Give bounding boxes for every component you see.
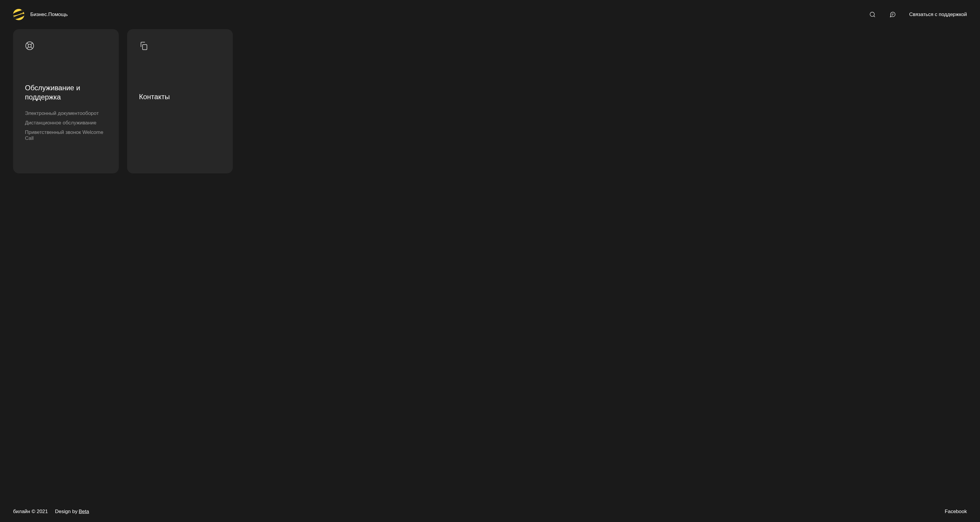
card-contacts[interactable]: Контакты [127,29,233,173]
card-link-edoc[interactable]: Электронный документооборот [25,110,107,116]
footer-left: билайн © 2021 Design by Beta [13,509,89,514]
search-icon [869,11,876,18]
svg-point-0 [870,12,874,17]
footer-copyright: билайн © 2021 [13,509,48,514]
chat-icon [889,11,896,18]
card-title-contacts: Контакты [139,92,221,101]
beeline-logo[interactable] [13,9,24,20]
copy-icon [139,41,148,51]
svg-line-7 [31,47,33,49]
search-button[interactable] [869,11,876,18]
header-right: Связаться с поддержкой [869,11,967,18]
footer-design-link[interactable]: Beta [79,509,89,514]
support-link[interactable]: Связаться с поддержкой [909,11,967,18]
svg-point-5 [28,44,32,48]
card-service-support[interactable]: Обслуживание и поддержка Электронный док… [13,29,119,173]
svg-rect-10 [143,45,147,49]
svg-line-9 [27,47,29,49]
footer-social-facebook[interactable]: Facebook [945,509,967,514]
lifebuoy-icon [25,41,35,51]
footer: билайн © 2021 Design by Beta Facebook [0,501,980,522]
card-links-service: Электронный документооборот Дистанционно… [25,110,107,141]
header: Бизнес.Помощь Связаться с поддержкой [0,0,980,29]
footer-design-prefix: Design by [55,509,78,514]
card-link-welcome[interactable]: Приветственный звонок Welcome Call [25,129,107,141]
svg-line-8 [31,43,33,45]
svg-line-1 [874,16,875,17]
main-content: Обслуживание и поддержка Электронный док… [0,29,980,501]
card-title-service: Обслуживание и поддержка [25,83,107,102]
footer-design: Design by Beta [55,509,89,514]
brand-title[interactable]: Бизнес.Помощь [30,11,68,18]
chat-button[interactable] [889,11,896,18]
header-left: Бизнес.Помощь [13,9,68,20]
svg-line-6 [27,43,29,45]
card-link-remote[interactable]: Дистанционное обслуживание [25,120,107,126]
